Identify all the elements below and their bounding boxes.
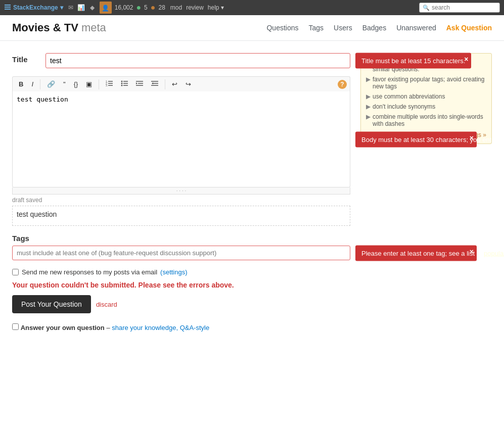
arrow-icon: ▶ <box>366 103 371 110</box>
nav-icons: ✉ 📊 <box>68 4 85 11</box>
title-label: Title <box>12 55 37 64</box>
preview-text: test question <box>17 210 57 218</box>
toolbar-sep-2 <box>99 79 99 89</box>
answer-own-link[interactable]: share your knowledge, Q&A-style <box>112 324 209 331</box>
tips-list: ▶ categorizes your question with other, … <box>366 59 486 127</box>
arrow-icon: ▶ <box>366 113 371 127</box>
svg-rect-1 <box>5 7 11 8</box>
tags-label: Tags <box>12 234 350 243</box>
toolbar-indent[interactable] <box>133 79 146 89</box>
svg-point-16 <box>121 85 123 86</box>
site-meta-label: meta <box>81 21 106 34</box>
bronze-score: 28 <box>158 4 165 11</box>
site-title: Movies & TV meta <box>12 21 106 34</box>
svg-text:👤: 👤 <box>102 4 109 12</box>
toolbar-bold[interactable]: B <box>16 79 26 89</box>
settings-link[interactable]: (settings) <box>160 268 187 276</box>
title-error-tooltip: × Title must be at least 15 characters. <box>355 53 471 69</box>
list-item: ▶ combine multiple words into single-wor… <box>366 113 486 127</box>
help-link[interactable]: help ▾ <box>208 4 224 11</box>
mod-link[interactable]: mod <box>170 4 182 11</box>
inbox-icon[interactable]: ✉ <box>68 4 73 11</box>
draft-saved: draft saved <box>12 197 350 204</box>
tags-input[interactable] <box>12 246 350 260</box>
ask-question-link[interactable]: Ask Question <box>446 24 492 32</box>
nav-questions[interactable]: Questions <box>266 24 298 32</box>
body-error-tooltip: × Body must be at least 30 characters; y… <box>355 132 477 148</box>
list-item: ▶ use common abbreviations <box>366 93 486 100</box>
svg-text:3.: 3. <box>106 84 108 86</box>
title-field-group: Title × Title must be at least 15 charac… <box>12 53 350 68</box>
tags-field-group: Tags × Please enter at least one tag; se… <box>12 234 350 260</box>
reputation: 16,002 <box>115 4 133 11</box>
site-nav: Questions Tags Users Badges Unanswered A… <box>266 24 492 32</box>
stackexchange-brand[interactable]: StackExchange ▾ <box>4 4 63 11</box>
arrow-icon: ▶ <box>366 76 371 90</box>
submit-error: Your question couldn't be submitted. Ple… <box>12 281 350 289</box>
brand-name: StackExchange <box>13 4 58 11</box>
tags-error-text: Please enter at least one tag; see a lis… <box>361 249 504 257</box>
toolbar-italic[interactable]: I <box>28 79 36 89</box>
diamond-icon: ◆ <box>90 4 95 11</box>
toolbar-image[interactable]: ▣ <box>83 79 95 89</box>
tags-error-tooltip: × Please enter at least one tag; see a l… <box>355 245 477 261</box>
toolbar-link[interactable]: 🔗 <box>44 79 58 89</box>
site-header: Movies & TV meta Questions Tags Users Ba… <box>0 15 504 41</box>
resize-handle[interactable]: · · · · <box>12 187 350 195</box>
nav-badges[interactable]: Badges <box>362 24 386 32</box>
email-checkbox[interactable] <box>12 269 19 275</box>
title-error-text: Title must be at least 15 characters. <box>361 57 465 65</box>
search-box[interactable]: 🔍 <box>419 3 500 13</box>
svg-point-15 <box>121 83 123 84</box>
tags-error-close[interactable]: × <box>470 247 474 255</box>
toolbar-help[interactable]: ? <box>338 80 347 89</box>
top-nav-links: mod review help ▾ <box>170 4 224 11</box>
top-navigation: StackExchange ▾ ✉ 📊 ◆ 👤 16,002 ● 5 ● 28 … <box>0 0 504 15</box>
title-error-close[interactable]: × <box>464 55 468 63</box>
toolbar-redo[interactable]: ↪ <box>182 79 194 89</box>
bronze-dot: ● <box>151 3 156 12</box>
svg-marker-20 <box>136 82 138 84</box>
nav-unanswered[interactable]: Unanswered <box>396 24 436 32</box>
toolbar-undo[interactable]: ↩ <box>169 79 180 89</box>
discard-link[interactable]: discard <box>96 301 117 308</box>
editor-toolbar: B I 🔗 " {} ▣ 1.2.3. <box>12 76 350 91</box>
achievements-icon[interactable]: 📊 <box>77 4 85 11</box>
search-input[interactable] <box>432 4 496 11</box>
toolbar-blockquote[interactable]: " <box>60 79 69 89</box>
user-section: 👤 16,002 ● 5 ● 28 <box>100 2 165 14</box>
svg-rect-0 <box>5 5 11 6</box>
answer-own-row: Answer your own question – share your kn… <box>12 323 350 331</box>
sidebar-tips: ▶ categorizes your question with other, … <box>360 53 492 331</box>
avatar[interactable]: 👤 <box>100 2 112 14</box>
body-error-close[interactable]: × <box>470 134 474 142</box>
search-icon: 🔍 <box>423 5 430 11</box>
ask-form: Title × Title must be at least 15 charac… <box>12 53 350 331</box>
preview-box: test question <box>12 206 350 226</box>
answer-own-suffix: – <box>106 324 112 331</box>
answer-own-checkbox[interactable] <box>12 323 19 330</box>
toolbar-ol[interactable]: 1.2.3. <box>103 79 116 89</box>
title-input[interactable] <box>45 53 350 68</box>
body-error-text: Body must be at least 30 characters; you… <box>361 136 504 144</box>
email-checkbox-row: Send me new responses to my posts via em… <box>12 268 350 276</box>
toolbar-outdent[interactable] <box>148 79 161 89</box>
popular-tags-link[interactable]: popular tags <box>484 249 504 257</box>
review-link[interactable]: review <box>186 4 204 11</box>
post-button[interactable]: Post Your Question <box>12 295 91 313</box>
gold-score: 5 <box>144 4 148 11</box>
svg-marker-24 <box>152 82 153 84</box>
toolbar-sep-3 <box>165 79 165 89</box>
toolbar-ul[interactable] <box>118 79 131 89</box>
toolbar-sep-1 <box>40 79 40 89</box>
list-item: ▶ favor existing popular tags; avoid cre… <box>366 76 486 90</box>
list-item: ▶ don't include synonyms <box>366 103 486 110</box>
email-label: Send me new responses to my posts via em… <box>22 268 157 276</box>
editor-body[interactable]: test question <box>12 91 350 187</box>
nav-tags[interactable]: Tags <box>309 24 324 32</box>
nav-users[interactable]: Users <box>334 24 352 32</box>
main-content: Title × Title must be at least 15 charac… <box>0 41 504 344</box>
toolbar-code[interactable]: {} <box>71 79 81 89</box>
brand-chevron: ▾ <box>60 4 63 11</box>
arrow-icon: ▶ <box>366 93 371 100</box>
